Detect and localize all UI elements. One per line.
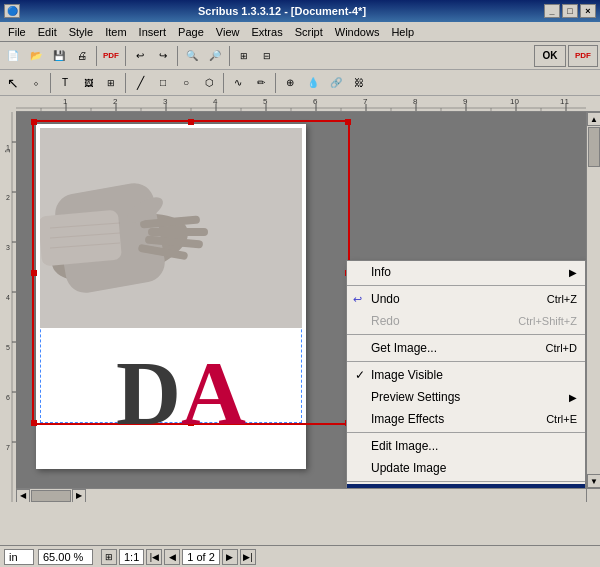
minimize-button[interactable]: _ (544, 4, 560, 18)
svg-text:5: 5 (6, 344, 10, 351)
table-tool[interactable]: ⊞ (100, 72, 122, 94)
open-button[interactable]: 📂 (25, 45, 47, 67)
save-button[interactable]: 💾 (48, 45, 70, 67)
last-page-button[interactable]: ▶| (240, 549, 256, 565)
menu-file[interactable]: File (2, 22, 32, 41)
pointer-tool[interactable]: ↖ (2, 72, 24, 94)
menu-style[interactable]: Style (63, 22, 99, 41)
print-button[interactable]: 🖨 (71, 45, 93, 67)
ruler-vertical: 1 1 2 3 4 5 6 7 (0, 112, 16, 502)
image-content (40, 128, 302, 328)
freehand-tool[interactable]: ✏ (250, 72, 272, 94)
text-frame-tool[interactable]: T (54, 72, 76, 94)
ctx-preview-settings[interactable]: Preview Settings ▶ (347, 386, 585, 408)
ctx-get-image-shortcut: Ctrl+D (546, 342, 577, 354)
rect-tool[interactable]: □ (152, 72, 174, 94)
maximize-button[interactable]: □ (562, 4, 578, 18)
menu-edit[interactable]: Edit (32, 22, 63, 41)
undo-btn[interactable]: ↩ (129, 45, 151, 67)
menu-script[interactable]: Script (289, 22, 329, 41)
ctx-info[interactable]: Info ▶ (347, 261, 585, 283)
ctx-image-visible[interactable]: ✓ Image Visible (347, 364, 585, 386)
svg-text:11: 11 (560, 97, 569, 106)
zoom-tool[interactable]: ⊕ (279, 72, 301, 94)
bezier-tool[interactable]: ∿ (227, 72, 249, 94)
ctx-update-image[interactable]: Update Image (347, 457, 585, 479)
canvas-background[interactable]: D A Info ▶ ↩ Undo Ctrl+Z Redo Ctrl+Shift… (16, 112, 586, 488)
ctx-sep-4 (347, 432, 585, 433)
zoom-level[interactable]: 65.00 % (38, 549, 93, 565)
ctx-sep-3 (347, 361, 585, 362)
svg-text:7: 7 (6, 444, 10, 451)
menu-item[interactable]: Item (99, 22, 132, 41)
ctx-info-label: Info (371, 265, 391, 279)
scroll-thumb-v[interactable] (588, 127, 600, 167)
ctx-adjust-frame[interactable]: Adjust Frame to Image ↗ (347, 484, 585, 488)
scroll-down-button[interactable]: ▼ (587, 474, 600, 488)
ctx-check-icon: ✓ (355, 368, 365, 382)
scroll-left-button[interactable]: ◀ (16, 489, 30, 503)
title-bar: 🔵 Scribus 1.3.3.12 - [Document-4*] _ □ × (0, 0, 600, 22)
toolbar-sep-1 (96, 46, 97, 66)
svg-text:9: 9 (463, 97, 468, 106)
close-button[interactable]: × (580, 4, 596, 18)
menu-extras[interactable]: Extras (245, 22, 288, 41)
ctx-preview-settings-label: Preview Settings (371, 390, 460, 404)
toolbar2-sep-2 (125, 73, 126, 93)
da-text: D A (116, 349, 246, 439)
pdf-button[interactable]: PDF (100, 45, 122, 67)
ctx-undo[interactable]: ↩ Undo Ctrl+Z (347, 288, 585, 310)
ctx-edit-image[interactable]: Edit Image... (347, 435, 585, 457)
link-tool[interactable]: 🔗 (325, 72, 347, 94)
scroll-up-button[interactable]: ▲ (587, 112, 600, 126)
svg-text:8: 8 (413, 97, 418, 106)
toolbar-sep-4 (229, 46, 230, 66)
svg-text:2: 2 (6, 194, 10, 201)
pdf-export-btn[interactable]: PDF (568, 45, 598, 67)
ctx-image-effects-label: Image Effects (371, 412, 444, 426)
menu-windows[interactable]: Windows (329, 22, 386, 41)
menu-help[interactable]: Help (385, 22, 420, 41)
svg-text:3: 3 (6, 244, 10, 251)
snap-btn[interactable]: ⊞ (233, 45, 255, 67)
polygon-tool[interactable]: ⬡ (198, 72, 220, 94)
ctx-redo-shortcut: Ctrl+Shift+Z (518, 315, 577, 327)
ctx-edit-image-label: Edit Image... (371, 439, 438, 453)
status-bar: in 65.00 % ⊞ 1:1 |◀ ◀ 1 of 2 ▶ ▶| (0, 545, 600, 567)
toolbar-main: 📄 📂 💾 🖨 PDF ↩ ↪ 🔍 🔎 ⊞ ⊟ OK PDF (0, 42, 600, 70)
unlink-tool[interactable]: ⛓ (348, 72, 370, 94)
letter-d: D (116, 349, 181, 439)
ratio-icon: ⊞ (101, 549, 117, 565)
ctx-get-image-label: Get Image... (371, 341, 437, 355)
new-button[interactable]: 📄 (2, 45, 24, 67)
first-page-button[interactable]: |◀ (146, 549, 162, 565)
node-tool[interactable]: ⬦ (25, 72, 47, 94)
prev-page-button[interactable]: ◀ (164, 549, 180, 565)
ok-button[interactable]: OK (534, 45, 566, 67)
unit-selector[interactable]: in (4, 549, 34, 565)
eyedrop-tool[interactable]: 💧 (302, 72, 324, 94)
zoom-in-btn[interactable]: 🔍 (181, 45, 203, 67)
menu-page[interactable]: Page (172, 22, 210, 41)
scroll-thumb-h[interactable] (31, 490, 71, 502)
scrollbar-vertical[interactable]: ▲ ▼ (586, 112, 600, 488)
ellipse-tool[interactable]: ○ (175, 72, 197, 94)
page-canvas[interactable]: D A (36, 124, 316, 479)
grid-btn[interactable]: ⊟ (256, 45, 278, 67)
menu-bar: File Edit Style Item Insert Page View Ex… (0, 22, 600, 42)
svg-rect-0 (16, 96, 586, 111)
ctx-get-image[interactable]: Get Image... Ctrl+D (347, 337, 585, 359)
scroll-right-button[interactable]: ▶ (72, 489, 86, 503)
next-page-button[interactable]: ▶ (222, 549, 238, 565)
canvas-area: 1 1 2 3 4 5 6 7 (0, 112, 600, 502)
menu-view[interactable]: View (210, 22, 246, 41)
zoom-out-btn[interactable]: 🔎 (204, 45, 226, 67)
image-frame-tool[interactable]: 🖼 (77, 72, 99, 94)
handle-tr[interactable] (345, 119, 351, 125)
ctx-image-effects[interactable]: Image Effects Ctrl+E (347, 408, 585, 430)
toolbar2-sep-1 (50, 73, 51, 93)
menu-insert[interactable]: Insert (133, 22, 173, 41)
scrollbar-horizontal[interactable]: ◀ ▶ (16, 488, 586, 502)
redo-btn[interactable]: ↪ (152, 45, 174, 67)
line-tool[interactable]: ╱ (129, 72, 151, 94)
